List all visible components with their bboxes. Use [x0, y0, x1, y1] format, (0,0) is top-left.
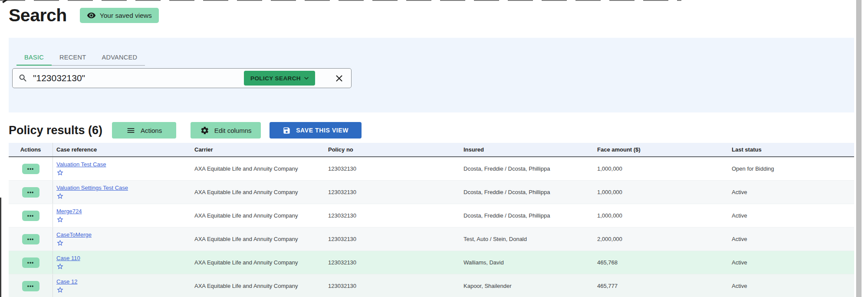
tab-basic[interactable]: BASIC [16, 51, 52, 66]
row-actions-button[interactable]: ••• [22, 164, 39, 174]
scrollbar[interactable] [855, 0, 862, 297]
case-reference-link[interactable]: Case 12 [56, 278, 77, 285]
screen-artifact-corner-mark [2, 0, 8, 3]
eye-icon [87, 11, 96, 20]
favorite-star-icon[interactable] [56, 169, 191, 176]
row-actions-button[interactable]: ••• [22, 211, 39, 221]
policy-no-cell: 123032130 [325, 189, 460, 195]
row-actions-cell: ••• [9, 157, 53, 180]
row-actions-cell: ••• [9, 181, 53, 204]
face-amount-cell: 1,000,000 [594, 165, 728, 172]
row-actions-cell: ••• [9, 274, 53, 297]
case-reference-cell: Merge724 [53, 208, 191, 223]
case-reference-link[interactable]: Valuation Settings Test Case [56, 185, 128, 191]
save-icon [283, 126, 291, 135]
search-panel: BASIC RECENT ADVANCED POLICY SEARCH [9, 38, 854, 112]
case-reference-cell: Case 12 [53, 278, 191, 294]
column-header-face-amount: Face amount ($) [594, 146, 728, 153]
page-title: Search [9, 5, 67, 26]
row-actions-button[interactable]: ••• [22, 281, 39, 291]
scrollbar-thumb[interactable] [856, 0, 861, 297]
face-amount-cell: 1,000,000 [594, 212, 728, 219]
carrier-cell: AXA Equitable Life and Annuity Company [191, 283, 325, 289]
edit-columns-button[interactable]: Edit columns [191, 122, 261, 139]
search-box[interactable]: POLICY SEARCH [12, 68, 352, 88]
insured-cell: Test, Auto / Stein, Donald [460, 236, 594, 242]
actions-button-label: Actions [141, 127, 162, 134]
row-actions-button[interactable]: ••• [22, 234, 39, 244]
insured-cell: Walliams, David [460, 259, 594, 266]
row-actions-button[interactable]: ••• [22, 187, 39, 198]
actions-button[interactable]: Actions [112, 122, 176, 139]
face-amount-cell: 2,000,000 [594, 236, 728, 242]
favorite-star-icon[interactable] [56, 286, 191, 294]
case-reference-link[interactable]: Valuation Test Case [56, 161, 106, 168]
case-reference-cell: Valuation Test Case [53, 161, 191, 176]
row-actions-cell: ••• [9, 204, 53, 227]
table-row: ••• Valuation Test Case AXA Equitable Li… [9, 157, 854, 181]
policy-search-dropdown-button[interactable]: POLICY SEARCH [244, 71, 315, 86]
last-status-cell: Active [728, 212, 854, 219]
table-body: ••• Valuation Test Case AXA Equitable Li… [9, 157, 854, 297]
row-actions-button[interactable]: ••• [22, 257, 39, 268]
carrier-cell: AXA Equitable Life and Annuity Company [191, 212, 325, 219]
favorite-star-icon[interactable] [56, 192, 191, 200]
screen-artifact-left-line [0, 198, 1, 297]
table-row: ••• CaseToMerge AXA Equitable Life and A… [9, 228, 854, 251]
case-reference-cell: CaseToMerge [53, 231, 191, 247]
table-header-row: Actions Case reference Carrier Policy no… [9, 143, 854, 157]
column-header-carrier: Carrier [191, 146, 325, 153]
case-reference-cell: Valuation Settings Test Case [53, 185, 191, 200]
column-header-actions: Actions [9, 143, 53, 156]
last-status-cell: Active [728, 189, 854, 195]
policy-results-table: Actions Case reference Carrier Policy no… [9, 143, 854, 297]
close-icon [334, 73, 345, 84]
tab-advanced[interactable]: ADVANCED [94, 51, 145, 66]
favorite-star-icon[interactable] [56, 263, 191, 270]
case-reference-link[interactable]: Case 110 [56, 255, 80, 261]
tab-recent[interactable]: RECENT [52, 51, 94, 66]
insured-cell: Kapoor, Shailender [460, 283, 594, 289]
column-header-insured: Insured [460, 146, 594, 153]
saved-views-button[interactable]: Your saved views [80, 8, 159, 23]
table-row: ••• Case 12 AXA Equitable Life and Annui… [9, 274, 854, 297]
search-input[interactable] [32, 73, 244, 84]
results-heading: Policy results (6) [9, 124, 102, 137]
table-row: ••• Merge724 AXA Equitable Life and Annu… [9, 204, 854, 228]
chevron-down-icon [302, 74, 311, 82]
saved-views-label: Your saved views [100, 12, 152, 20]
policy-no-cell: 123032130 [325, 212, 460, 219]
edit-columns-label: Edit columns [214, 127, 252, 134]
case-reference-cell: Case 110 [53, 255, 191, 270]
case-reference-link[interactable]: Merge724 [56, 208, 82, 214]
carrier-cell: AXA Equitable Life and Annuity Company [191, 189, 325, 195]
column-header-case-reference: Case reference [53, 146, 191, 153]
policy-search-label: POLICY SEARCH [250, 75, 301, 82]
last-status-cell: Active [728, 283, 854, 289]
row-actions-cell: ••• [9, 228, 53, 251]
screen-artifact-top-dashes [0, 0, 681, 1]
menu-icon [126, 126, 135, 135]
favorite-star-icon[interactable] [56, 216, 191, 223]
column-header-last-status: Last status [728, 146, 854, 153]
carrier-cell: AXA Equitable Life and Annuity Company [191, 236, 325, 242]
save-this-view-button[interactable]: SAVE THIS VIEW [270, 122, 362, 139]
table-row: ••• Valuation Settings Test Case AXA Equ… [9, 181, 854, 204]
results-toolbar: Policy results (6) Actions Edit columns … [9, 122, 362, 139]
carrier-cell: AXA Equitable Life and Annuity Company [191, 165, 325, 172]
case-reference-link[interactable]: CaseToMerge [56, 231, 92, 238]
title-row: Search Your saved views [9, 5, 159, 26]
favorite-star-icon[interactable] [56, 239, 191, 247]
carrier-cell: AXA Equitable Life and Annuity Company [191, 259, 325, 266]
policy-no-cell: 123032130 [325, 165, 460, 172]
policy-no-cell: 123032130 [325, 236, 460, 242]
last-status-cell: Active [728, 236, 854, 242]
row-actions-cell: ••• [9, 251, 53, 274]
face-amount-cell: 465,768 [594, 259, 728, 266]
face-amount-cell: 1,000,000 [594, 189, 728, 195]
clear-search-button[interactable] [333, 73, 345, 84]
face-amount-cell: 465,777 [594, 283, 728, 289]
last-status-cell: Open for Bidding [728, 165, 854, 172]
insured-cell: Dcosta, Freddie / Dcosta, Phillippa [460, 189, 594, 195]
policy-no-cell: 123032130 [325, 259, 460, 266]
